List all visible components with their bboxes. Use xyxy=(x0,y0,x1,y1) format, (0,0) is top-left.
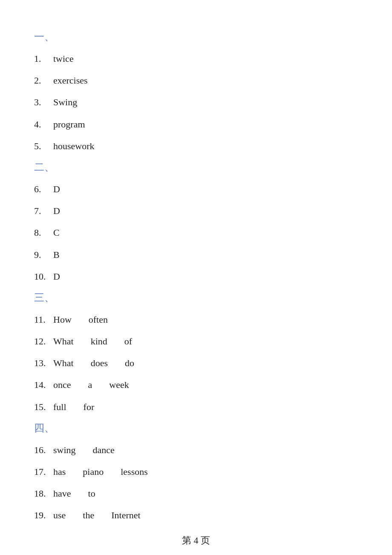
item-content: haveto xyxy=(53,486,95,501)
item-part: D xyxy=(53,182,60,197)
list-item: 1.twice xyxy=(34,51,358,66)
item-part: C xyxy=(53,225,60,240)
list-item: 6.D xyxy=(34,182,358,197)
answer-list-3: 11.Howoften12.Whatkindof13.Whatdoesdo14.… xyxy=(34,312,358,414)
item-part: What xyxy=(53,334,74,349)
item-part: have xyxy=(53,486,71,501)
section-3: 三、11.Howoften12.Whatkindof13.Whatdoesdo1… xyxy=(34,291,358,414)
section-heading-4: 四、 xyxy=(34,421,358,435)
list-item: 18.haveto xyxy=(34,486,358,501)
item-part: to xyxy=(88,486,95,501)
item-number: 18. xyxy=(34,486,53,501)
item-part: has xyxy=(53,464,66,479)
item-content: program xyxy=(53,117,85,132)
item-number: 10. xyxy=(34,269,53,284)
item-part: lessons xyxy=(121,464,148,479)
item-content: D xyxy=(53,203,60,218)
list-item: 8.C xyxy=(34,225,358,240)
item-content: Howoften xyxy=(53,312,108,327)
list-item: 7.D xyxy=(34,203,358,218)
item-number: 7. xyxy=(34,203,53,218)
item-content: fullfor xyxy=(53,399,94,414)
item-number: 4. xyxy=(34,117,53,132)
item-part: Internet xyxy=(111,508,140,523)
item-content: Whatdoesdo xyxy=(53,356,134,370)
item-part: swing xyxy=(53,442,76,457)
item-number: 1. xyxy=(34,51,53,66)
item-part: week xyxy=(109,377,129,392)
list-item: 17.haspianolessons xyxy=(34,464,358,479)
item-part: do xyxy=(125,356,134,370)
item-part: use xyxy=(53,508,66,523)
list-item: 2.exercises xyxy=(34,73,358,88)
item-number: 19. xyxy=(34,508,53,523)
page-number: 第 4 页 xyxy=(182,535,210,546)
item-number: 8. xyxy=(34,225,53,240)
list-item: 9.B xyxy=(34,247,358,262)
item-number: 14. xyxy=(34,377,53,392)
item-part: a xyxy=(88,377,92,392)
item-content: onceaweek xyxy=(53,377,129,392)
item-part: What xyxy=(53,356,74,370)
list-item: 19.usetheInternet xyxy=(34,508,358,523)
item-part: exercises xyxy=(53,73,88,88)
item-number: 11. xyxy=(34,312,53,327)
list-item: 14.onceaweek xyxy=(34,377,358,392)
list-item: 16.swingdance xyxy=(34,442,358,457)
item-part: of xyxy=(124,334,132,349)
item-content: Whatkindof xyxy=(53,334,132,349)
section-2: 二、6.D7.D8.C9.B10.D xyxy=(34,160,358,284)
item-part: D xyxy=(53,203,60,218)
item-content: Swing xyxy=(53,95,77,110)
item-part: dance xyxy=(93,442,115,457)
item-part: How xyxy=(53,312,72,327)
item-content: D xyxy=(53,269,60,284)
item-part: often xyxy=(89,312,108,327)
item-number: 17. xyxy=(34,464,53,479)
section-heading-2: 二、 xyxy=(34,160,358,174)
item-content: C xyxy=(53,225,60,240)
item-part: for xyxy=(84,399,95,414)
item-content: usetheInternet xyxy=(53,508,141,523)
item-part: full xyxy=(53,399,66,414)
item-part: program xyxy=(53,117,85,132)
item-content: haspianolessons xyxy=(53,464,148,479)
item-content: swingdance xyxy=(53,442,115,457)
item-content: B xyxy=(53,247,60,262)
item-content: housework xyxy=(53,139,95,153)
item-part: D xyxy=(53,269,60,284)
list-item: 13.Whatdoesdo xyxy=(34,356,358,370)
item-content: twice xyxy=(53,51,74,66)
section-1: 一、1.twice2.exercises3.Swing4.program5.ho… xyxy=(34,30,358,153)
section-heading-3: 三、 xyxy=(34,291,358,304)
item-part: Swing xyxy=(53,95,77,110)
item-number: 12. xyxy=(34,334,53,349)
item-number: 13. xyxy=(34,356,53,370)
item-content: exercises xyxy=(53,73,88,88)
section-heading-1: 一、 xyxy=(34,30,358,43)
list-item: 5.housework xyxy=(34,139,358,153)
item-number: 6. xyxy=(34,182,53,197)
item-content: D xyxy=(53,182,60,197)
item-part: once xyxy=(53,377,71,392)
item-part: twice xyxy=(53,51,74,66)
item-number: 9. xyxy=(34,247,53,262)
list-item: 3.Swing xyxy=(34,95,358,110)
list-item: 11.Howoften xyxy=(34,312,358,327)
item-number: 16. xyxy=(34,442,53,457)
answer-list-1: 1.twice2.exercises3.Swing4.program5.hous… xyxy=(34,51,358,153)
item-part: B xyxy=(53,247,60,262)
answer-list-2: 6.D7.D8.C9.B10.D xyxy=(34,182,358,284)
item-part: piano xyxy=(83,464,104,479)
section-4: 四、16.swingdance17.haspianolessons18.have… xyxy=(34,421,358,523)
item-part: kind xyxy=(91,334,107,349)
list-item: 12.Whatkindof xyxy=(34,334,358,349)
page-footer: 第 4 页 xyxy=(0,534,392,547)
item-number: 15. xyxy=(34,399,53,414)
item-part: housework xyxy=(53,139,95,153)
page: 一、1.twice2.exercises3.Swing4.program5.ho… xyxy=(0,0,392,555)
sections-container: 一、1.twice2.exercises3.Swing4.program5.ho… xyxy=(34,30,358,523)
item-number: 3. xyxy=(34,95,53,110)
item-number: 5. xyxy=(34,139,53,153)
item-part: the xyxy=(83,508,94,523)
